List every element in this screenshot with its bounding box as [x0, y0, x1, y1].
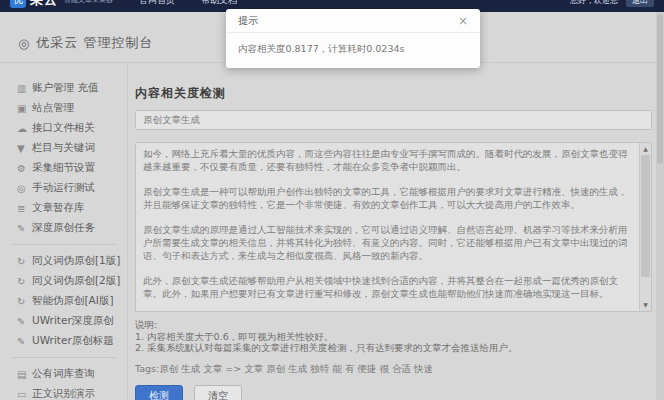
dialog-message: 内容相关度0.8177，计算耗时0.0234s	[226, 33, 480, 68]
sidebar-item-label: 同义词伪原创[1版]	[32, 254, 120, 268]
sidebar-item[interactable]: ◎ 手动运行测试	[0, 178, 127, 198]
sidebar-item-label: 站点管理	[32, 101, 74, 115]
sidebar-item-icon: ✎	[17, 316, 32, 327]
scroll-up-icon[interactable]: ▲	[640, 144, 651, 154]
topnav-item-docs[interactable]: 帮助文档	[201, 0, 237, 7]
page-scrollbar-thumb[interactable]	[657, 14, 663, 164]
sidebar-item-icon: ▥	[17, 83, 32, 94]
sidebar-item-label: 账户管理 充值	[32, 81, 98, 95]
close-icon[interactable]: ×	[458, 15, 468, 27]
sidebar-menu: ▥ 账户管理 充值 ▣ 站点管理 ☁ 接口文件相关 ▼	[0, 63, 128, 400]
sidebar-divider	[12, 357, 116, 358]
sidebar-item-label: 文章暂存库	[32, 201, 85, 215]
main-panel: 内容相关度检测 如今，网络上充斥着大量的优质内容，而这些内容往往是由专业写手撰写…	[135, 63, 652, 400]
sidebar-item-label: 接口文件相关	[32, 121, 95, 135]
sidebar-item-icon: ↻	[17, 256, 32, 267]
instruction-line: 说明:	[135, 319, 652, 331]
sidebar-item[interactable]: ✎ UWriter深度原创	[0, 311, 127, 331]
content-paragraph: 此外，原创文章生成还能够帮助用户从相关领域中快速找到合适的内容，并将其整合在一起…	[143, 274, 635, 300]
sidebar-item-label: 公有词库查询	[32, 367, 95, 381]
sidebar-item-icon: ▭	[17, 389, 32, 400]
sidebar-item[interactable]: ▭ 正文识别演示	[0, 384, 127, 400]
sidebar-item-label: 手动运行测试	[32, 181, 95, 195]
sidebar-item-icon: ◎	[17, 183, 32, 194]
brand-logo-icon: 优	[10, 0, 26, 8]
sidebar-divider	[12, 244, 116, 245]
sidebar-item-label: UWriter原创标题	[32, 334, 114, 348]
content-textarea[interactable]: 如今，网络上充斥着大量的优质内容，而这些内容往往是由专业写手撰写而成的。随着时代…	[135, 142, 652, 312]
content-text: 如今，网络上充斥着大量的优质内容，而这些内容往往是由专业写手撰写而成的。随着时代…	[143, 147, 635, 311]
tags-line: Tags:原创 生成 文章 => 文章 原创 生成 独特 能 有 便捷 很 合适…	[135, 363, 652, 376]
instruction-line: 2. 采集系统默认对每篇采集的文章进行相关度检测，只有达到要求的文章才会推送给用…	[135, 342, 652, 354]
sidebar-item[interactable]: ↻ 智能伪原创[AI版]	[0, 291, 127, 311]
sidebar-item-label: 智能伪原创[AI版]	[32, 294, 113, 308]
sidebar-item-icon: ✎	[17, 336, 32, 347]
sidebar-item-icon: ⚙	[17, 163, 32, 174]
content-paragraph: 原创文章生成是一种可以帮助用户创作出独特的文章的工具，它能够根据用户的要求对文章…	[143, 185, 635, 211]
instructions-text: 说明: 1. 内容相关度大于0.6，即可视为相关性较好。 2. 采集系统默认对每…	[135, 319, 652, 354]
sidebar-group-main: ▥ 账户管理 充值 ▣ 站点管理 ☁ 接口文件相关 ▼	[0, 78, 127, 238]
content-paragraph: 原创文章生成的原理是通过人工智能技术来实现的，它可以通过语义理解、自然语言处理、…	[143, 223, 635, 262]
sidebar-item[interactable]: ▥ 账户管理 充值	[0, 78, 127, 98]
sidebar-item[interactable]: ✎ UWriter原创标题	[0, 331, 127, 351]
sidebar-item-icon: ↻	[17, 276, 32, 287]
sidebar-item[interactable]: ▤ 公有词库查询	[0, 364, 127, 384]
sidebar-item-icon: ≣	[17, 203, 32, 214]
sidebar-item-icon: ↻	[17, 296, 32, 307]
sidebar-item[interactable]: ▣ 站点管理	[0, 98, 127, 118]
sidebar-item-label: 同义词伪原创[2版]	[32, 274, 120, 288]
clear-button[interactable]: 清空	[194, 385, 242, 400]
app-window: 优 采云 智能文章采集器 官网首页 帮助文档 您好，欢迎您 退出 ◎ 优采云 管…	[0, 0, 664, 400]
sidebar-item-icon: ▤	[17, 369, 32, 380]
sidebar-item[interactable]: ≣ 文章暂存库	[0, 198, 127, 218]
sidebar-item[interactable]: ☁ 接口文件相关	[0, 118, 127, 138]
content-paragraph: 如今，网络上充斥着大量的优质内容，而这些内容往往是由专业写手撰写而成的。随着时代…	[143, 147, 635, 173]
sidebar-item-icon: ▼	[17, 143, 32, 154]
result-dialog: 提示 × 内容相关度0.8177，计算耗时0.0234s	[226, 9, 480, 68]
page-header: ◎ 优采云 管理控制台	[18, 34, 153, 52]
dialog-header: 提示 ×	[226, 9, 480, 33]
sidebar-item-icon: ▣	[17, 103, 32, 114]
detect-button[interactable]: 检测	[135, 385, 183, 400]
textarea-scrollbar[interactable]: ▲ ▼	[639, 143, 651, 311]
sidebar-item-label: 采集细节设置	[32, 161, 95, 175]
user-greeting: 您好，欢迎您	[570, 0, 618, 6]
logout-button[interactable]: 退出	[626, 0, 654, 7]
sidebar-item-label: 栏目与关键词	[32, 141, 95, 155]
scrollbar-thumb[interactable]	[641, 155, 650, 277]
sidebar-group-tools: ▤ 公有词库查询 ▭ 正文识别演示	[0, 364, 127, 400]
sidebar-item[interactable]: ▼ 栏目与关键词	[0, 138, 127, 158]
sidebar-item-icon: ✎	[17, 223, 32, 234]
page-title: 优采云 管理控制台	[36, 34, 153, 52]
brand-tagline: 智能文章采集器	[64, 0, 113, 5]
sidebar-item-label: 正文识别演示	[32, 387, 95, 400]
sidebar-item-label: UWriter深度原创	[32, 314, 114, 328]
topnav-item-home[interactable]: 官网首页	[139, 0, 175, 7]
gear-icon: ◎	[18, 36, 29, 51]
section-heading: 内容相关度检测	[135, 85, 652, 102]
sidebar-item-icon: ☁	[17, 123, 32, 134]
page-scrollbar[interactable]	[656, 12, 664, 400]
scroll-down-icon[interactable]: ▼	[640, 300, 651, 310]
dialog-title: 提示	[238, 14, 258, 28]
sidebar-item[interactable]: ✎ 深度原创任务	[0, 218, 127, 238]
content-area: ▥ 账户管理 充值 ▣ 站点管理 ☁ 接口文件相关 ▼	[0, 62, 664, 400]
action-buttons: 检测 清空	[135, 385, 652, 400]
brand-name: 采云	[30, 0, 58, 9]
sidebar-item[interactable]: ↻ 同义词伪原创[2版]	[0, 271, 127, 291]
sidebar-item[interactable]: ↻ 同义词伪原创[1版]	[0, 251, 127, 271]
article-title-input[interactable]	[135, 110, 652, 130]
instruction-line: 1. 内容相关度大于0.6，即可视为相关性较好。	[135, 331, 652, 343]
sidebar-item-label: 深度原创任务	[32, 221, 95, 235]
sidebar-group-rewrite: ↻ 同义词伪原创[1版] ↻ 同义词伪原创[2版] ↻ 智能伪原创[AI版]	[0, 251, 127, 351]
sidebar-item[interactable]: ⚙ 采集细节设置	[0, 158, 127, 178]
